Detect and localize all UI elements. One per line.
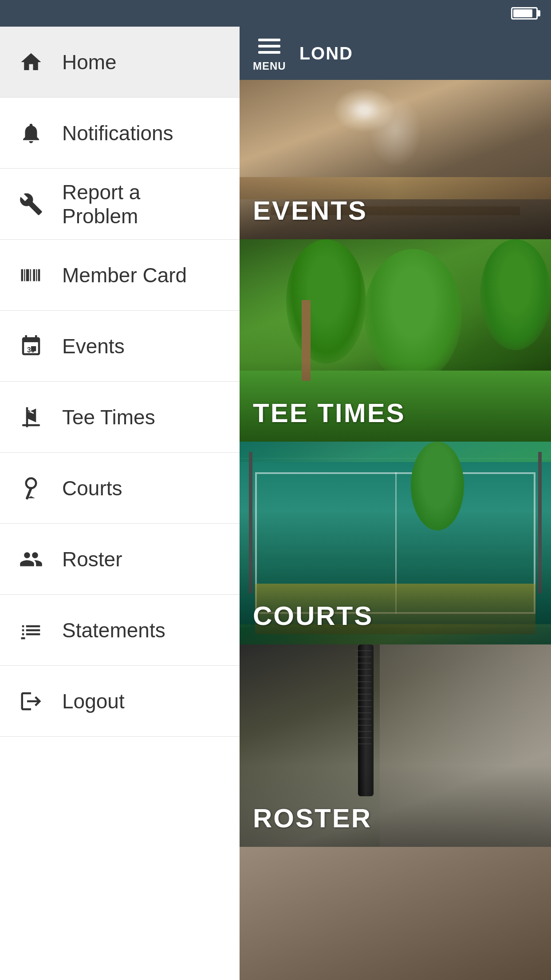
sidebar-item-tee-times-label: Tee Times — [62, 405, 155, 429]
sidebar-item-notifications-label: Notifications — [62, 121, 173, 145]
sidebar-item-roster[interactable]: Roster — [0, 524, 240, 595]
tile-courts[interactable]: COURTS — [240, 442, 551, 644]
tile-extra[interactable] — [240, 847, 551, 980]
sidebar-item-home[interactable]: Home — [0, 27, 240, 98]
content-header: MENU LOND — [240, 27, 551, 80]
golf-icon — [18, 404, 44, 431]
sidebar-item-report-label: Report a Problem — [62, 180, 222, 228]
logout-icon — [18, 688, 44, 715]
menu-button[interactable]: MENU — [253, 34, 286, 72]
sidebar: Home Notifications Report a Problem — [0, 27, 240, 980]
sidebar-item-events-label: Events — [62, 334, 125, 358]
sidebar-item-home-label: Home — [62, 50, 117, 74]
tile-tee-times[interactable]: TEE TIMES — [240, 239, 551, 442]
sidebar-item-roster-label: Roster — [62, 547, 122, 571]
barcode-icon — [18, 262, 44, 288]
sidebar-item-courts-label: Courts — [62, 476, 122, 500]
list-icon — [18, 617, 44, 644]
menu-label: MENU — [253, 60, 286, 72]
status-bar — [0, 0, 551, 27]
sidebar-item-courts[interactable]: Courts — [0, 453, 240, 524]
sidebar-item-events[interactable]: 30 Events — [0, 311, 240, 382]
tile-tee-times-label: TEE TIMES — [253, 398, 405, 428]
tennis-icon — [18, 475, 44, 502]
content-panel: MENU LOND EVENTS — [240, 27, 551, 980]
svg-text:30: 30 — [27, 346, 35, 353]
tile-courts-label: COURTS — [253, 601, 373, 631]
sidebar-item-report-problem[interactable]: Report a Problem — [0, 169, 240, 240]
club-name: LOND — [299, 43, 353, 63]
person-icon — [18, 546, 44, 573]
tile-events-label: EVENTS — [253, 195, 367, 226]
tile-roster-label: ROSTER — [253, 803, 372, 834]
bell-icon — [18, 120, 44, 146]
battery-indicator — [511, 7, 538, 20]
sidebar-item-logout-label: Logout — [62, 689, 125, 713]
calendar-icon: 30 — [18, 333, 44, 360]
sidebar-item-statements-label: Statements — [62, 618, 165, 642]
sidebar-item-tee-times[interactable]: Tee Times — [0, 382, 240, 453]
home-icon — [18, 49, 44, 75]
tile-roster[interactable]: ROSTER — [240, 644, 551, 847]
tile-events[interactable]: EVENTS — [240, 80, 551, 239]
sidebar-item-logout[interactable]: Logout — [0, 666, 240, 737]
sidebar-item-member-card-label: Member Card — [62, 263, 187, 287]
tools-icon — [18, 191, 44, 217]
sidebar-item-statements[interactable]: Statements — [0, 595, 240, 666]
svg-point-1 — [26, 478, 36, 488]
hamburger-icon — [254, 34, 285, 58]
sidebar-item-member-card[interactable]: Member Card — [0, 240, 240, 311]
sidebar-item-notifications[interactable]: Notifications — [0, 98, 240, 169]
svg-rect-2 — [21, 637, 25, 639]
tiles-container: EVENTS TEE TIMES — [240, 80, 551, 980]
